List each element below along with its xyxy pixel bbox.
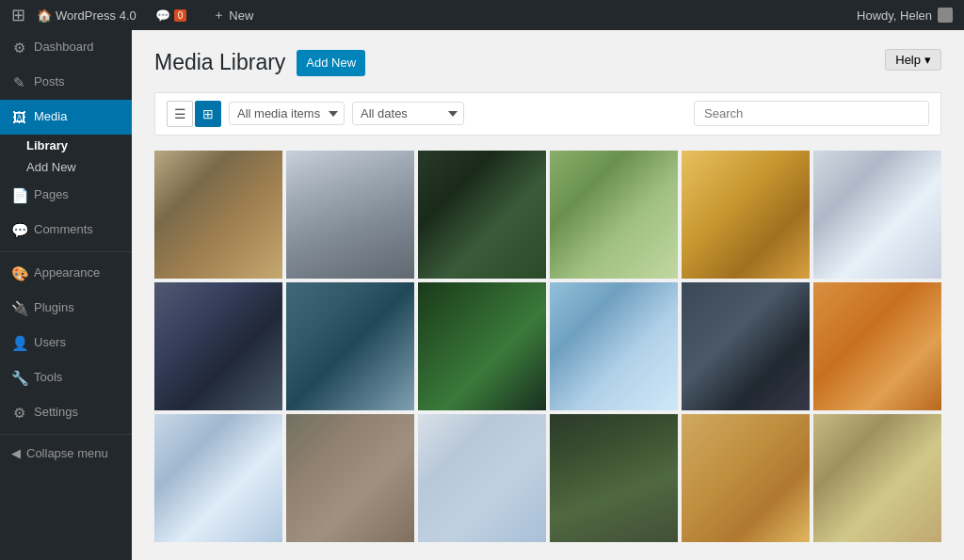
- sidebar: ⚙ Dashboard ✎ Posts 🖼 Media Library Add …: [0, 30, 132, 560]
- main-content: Help ▾ Media Library Add New ☰ ⊞ Al: [132, 30, 964, 560]
- sidebar-item-users[interactable]: 👤 Users: [0, 326, 132, 360]
- media-type-filter[interactable]: All media items Images Audio Video Unatt…: [229, 102, 345, 125]
- media-item[interactable]: [154, 282, 282, 410]
- help-button-wrap: Help ▾: [885, 49, 941, 71]
- media-toolbar: ☰ ⊞ All media items Images Audio Video U…: [154, 92, 941, 136]
- sidebar-divider-2: [0, 434, 132, 435]
- media-item[interactable]: [286, 282, 414, 410]
- settings-icon: ⚙: [11, 403, 26, 423]
- users-icon: 👤: [11, 333, 26, 353]
- sidebar-item-settings[interactable]: ⚙ Settings: [0, 395, 132, 430]
- grid-view-icon: ⊞: [202, 106, 214, 121]
- howdy-label[interactable]: Howdy, Helen: [857, 8, 953, 23]
- comment-count: 0: [174, 9, 187, 22]
- comments-icon: 💬: [11, 220, 26, 240]
- media-grid: [154, 151, 941, 542]
- grid-view-button[interactable]: ⊞: [195, 101, 221, 127]
- admin-bar-left: ⊞ 🏠 WordPress 4.0 💬 0 ＋ New: [11, 0, 845, 30]
- posts-icon: ✎: [11, 72, 26, 92]
- list-view-icon: ☰: [174, 106, 186, 121]
- avatar: [938, 8, 953, 23]
- media-item[interactable]: [813, 151, 941, 279]
- sidebar-item-tools[interactable]: 🔧 Tools: [0, 360, 132, 395]
- search-box: [694, 101, 929, 126]
- add-new-button[interactable]: Add New: [297, 50, 365, 77]
- appearance-icon: 🎨: [11, 264, 26, 283]
- collapse-icon: ◀: [11, 446, 21, 460]
- media-item[interactable]: [682, 151, 810, 279]
- wp-logo-icon[interactable]: ⊞: [11, 5, 25, 25]
- sidebar-divider: [0, 251, 132, 252]
- layout: ⚙ Dashboard ✎ Posts 🖼 Media Library Add …: [0, 30, 964, 560]
- media-item[interactable]: [154, 151, 282, 279]
- admin-bar: ⊞ 🏠 WordPress 4.0 💬 0 ＋ New Howdy, Helen: [0, 0, 964, 30]
- media-icon: 🖼: [11, 107, 26, 127]
- help-button[interactable]: Help ▾: [885, 49, 941, 71]
- admin-bar-right: Howdy, Helen: [857, 8, 953, 23]
- media-item[interactable]: [682, 282, 810, 410]
- header-area: Help ▾ Media Library Add New: [154, 49, 941, 77]
- media-item[interactable]: [418, 151, 546, 279]
- media-item[interactable]: [550, 151, 678, 279]
- site-name[interactable]: 🏠 WordPress 4.0: [37, 8, 137, 23]
- media-item[interactable]: [550, 414, 678, 542]
- search-input[interactable]: [694, 101, 929, 126]
- media-item[interactable]: [813, 414, 941, 542]
- page-header: Media Library Add New: [154, 49, 941, 77]
- comment-icon: 💬: [155, 8, 170, 23]
- view-switcher: ☰ ⊞: [167, 101, 221, 127]
- media-item[interactable]: [418, 282, 546, 410]
- plugins-icon: 🔌: [11, 298, 26, 318]
- help-arrow-icon: ▾: [924, 53, 931, 67]
- sidebar-item-media[interactable]: 🖼 Media: [0, 100, 132, 135]
- sidebar-sub-library[interactable]: Library: [0, 135, 132, 156]
- new-bar-item[interactable]: ＋ New: [205, 0, 261, 30]
- sidebar-sub-add-new[interactable]: Add New: [0, 156, 132, 178]
- media-item[interactable]: [286, 414, 414, 542]
- sidebar-item-dashboard[interactable]: ⚙ Dashboard: [0, 30, 132, 65]
- media-item[interactable]: [418, 414, 546, 542]
- sidebar-item-plugins[interactable]: 🔌 Plugins: [0, 291, 132, 326]
- sidebar-item-pages[interactable]: 📄 Pages: [0, 178, 132, 213]
- list-view-button[interactable]: ☰: [167, 101, 193, 127]
- tools-icon: 🔧: [11, 368, 26, 388]
- site-icon: 🏠: [37, 8, 52, 23]
- plus-icon: ＋: [213, 7, 225, 24]
- sidebar-item-comments[interactable]: 💬 Comments: [0, 213, 132, 248]
- page-title: Media Library: [154, 49, 285, 77]
- media-item[interactable]: [682, 414, 810, 542]
- media-item[interactable]: [154, 414, 282, 542]
- sidebar-item-posts[interactable]: ✎ Posts: [0, 65, 132, 100]
- comments-bar-item[interactable]: 💬 0: [148, 0, 195, 30]
- pages-icon: 📄: [11, 185, 26, 205]
- dashboard-icon: ⚙: [11, 38, 26, 57]
- media-item[interactable]: [286, 151, 414, 279]
- media-item[interactable]: [813, 282, 941, 410]
- media-item[interactable]: [550, 282, 678, 410]
- collapse-menu-button[interactable]: ◀ Collapse menu: [0, 439, 132, 468]
- sidebar-item-appearance[interactable]: 🎨 Appearance: [0, 256, 132, 291]
- date-filter[interactable]: All dates January 2015 February 2015: [352, 102, 464, 125]
